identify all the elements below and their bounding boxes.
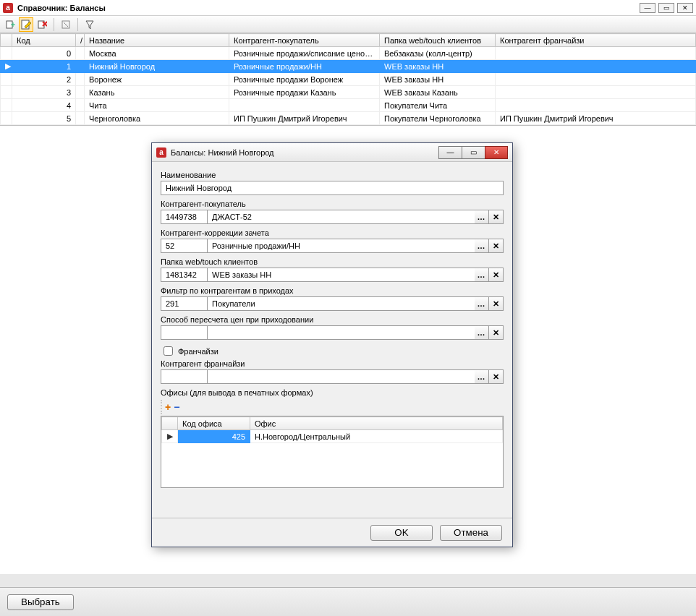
table-row[interactable]: 3КазаньРозничные продажи КазаньWEB заказ…: [1, 86, 696, 99]
recalc-lookup-button[interactable]: …: [475, 325, 489, 340]
folder-lookup-button[interactable]: …: [475, 268, 489, 282]
franch-code-input[interactable]: [164, 372, 204, 382]
toolbar-edit-icon[interactable]: [19, 17, 33, 32]
row-marker: [1, 47, 12, 60]
col-buyer[interactable]: Контрагент-покупатель: [229, 34, 380, 47]
folder-code-field[interactable]: [161, 268, 207, 282]
franch-lookup-button[interactable]: …: [475, 369, 489, 384]
offices-grid[interactable]: Код офиса Офис ▶425Н.Новгород/Центральны…: [161, 416, 504, 488]
filter-lookup-button[interactable]: …: [475, 296, 489, 311]
ok-button[interactable]: OK: [370, 525, 433, 541]
offices-col-code[interactable]: Код офиса: [178, 417, 250, 430]
grid[interactable]: Код / Название Контрагент-покупатель Пап…: [0, 33, 696, 126]
col-sort[interactable]: /: [76, 34, 85, 47]
col-code[interactable]: Код: [12, 34, 76, 47]
franch-name-input[interactable]: [211, 372, 472, 382]
filter-name-field[interactable]: [207, 296, 475, 311]
buyer-name-input[interactable]: [211, 212, 472, 222]
franch-code-field[interactable]: [161, 369, 207, 384]
bottom-bar: Выбрать: [0, 587, 696, 616]
dialog-maximize-button[interactable]: ▭: [462, 146, 485, 159]
folder-name-input[interactable]: [211, 270, 472, 280]
corr-name-input[interactable]: [211, 241, 472, 251]
corr-name-field[interactable]: [207, 239, 475, 253]
corr-code-field[interactable]: [161, 239, 207, 253]
folder-name-field[interactable]: [207, 268, 475, 282]
cell-code: 4: [12, 99, 76, 112]
dialog-titlebar[interactable]: а Балансы: Нижний Новгород — ▭ ✕: [152, 143, 512, 162]
main-title: Справочник: Балансы: [17, 4, 106, 12]
toolbar-filter-icon[interactable]: [82, 17, 97, 32]
filter-code-field[interactable]: [161, 296, 207, 311]
close-icon: ✕: [493, 299, 499, 309]
cell-folder: WEB заказы Казань: [380, 86, 496, 99]
cell-code: 5: [12, 112, 76, 125]
toolbar-delete-icon[interactable]: [35, 17, 49, 32]
franch-clear-button[interactable]: ✕: [489, 369, 504, 384]
name-input[interactable]: [164, 183, 500, 193]
cell-name: Казань: [85, 86, 229, 99]
offices-col-marker[interactable]: [162, 417, 178, 430]
ellipsis-icon: …: [478, 299, 486, 308]
franch-checkbox[interactable]: [164, 346, 173, 356]
col-franch[interactable]: Контрагент франчайзи: [496, 34, 696, 47]
recalc-name-input[interactable]: [211, 328, 472, 338]
recalc-code-field[interactable]: [161, 325, 207, 340]
ellipsis-icon: …: [478, 241, 486, 250]
dialog-close-button[interactable]: ✕: [485, 146, 508, 159]
folder-code-input[interactable]: [164, 270, 204, 280]
col-name[interactable]: Название: [85, 34, 229, 47]
recalc-name-field[interactable]: [207, 325, 475, 340]
office-add-button[interactable]: +: [165, 401, 171, 413]
table-row[interactable]: 2ВоронежРозничные продажи ВоронежWEB зак…: [1, 73, 696, 86]
cell-folder: Вебзаказы (колл-центр): [380, 47, 496, 60]
filter-name-input[interactable]: [211, 299, 472, 309]
row-marker: [1, 73, 12, 86]
name-field[interactable]: [161, 181, 504, 195]
label-name: Наименование: [161, 171, 504, 179]
table-row[interactable]: 5ЧерноголовкаИП Пушкин Дмитрий ИгоревичП…: [1, 112, 696, 125]
cell-name: Воронеж: [85, 73, 229, 86]
col-folder[interactable]: Папка web/touch клиентов: [380, 34, 496, 47]
cancel-button[interactable]: Отмена: [440, 525, 502, 541]
folder-clear-button[interactable]: ✕: [489, 268, 504, 282]
buyer-code-field[interactable]: [161, 210, 207, 224]
buyer-clear-button[interactable]: ✕: [489, 210, 504, 224]
buyer-code-input[interactable]: [164, 212, 204, 222]
cell-franch: [496, 60, 696, 73]
franch-name-field[interactable]: [207, 369, 475, 384]
cell-code: 1: [12, 60, 76, 73]
filter-clear-button[interactable]: ✕: [489, 296, 504, 311]
toolbar-refresh-icon[interactable]: [59, 17, 73, 32]
franch-checkbox-label: Франчайзи: [178, 347, 218, 356]
office-remove-button[interactable]: −: [174, 401, 179, 413]
corr-code-input[interactable]: [164, 241, 204, 251]
cell-franch: [496, 47, 696, 60]
maximize-button[interactable]: ▭: [658, 3, 674, 13]
table-row[interactable]: 4ЧитаПокупатели Чита: [1, 99, 696, 112]
dialog: а Балансы: Нижний Новгород — ▭ ✕ Наимено…: [151, 142, 513, 547]
buyer-name-field[interactable]: [207, 210, 475, 224]
toolbar: [0, 16, 696, 33]
app-icon: а: [3, 3, 13, 13]
table-row[interactable]: ▶1Нижний НовгородРозничные продажи/ННWEB…: [1, 60, 696, 73]
corr-clear-button[interactable]: ✕: [489, 239, 504, 253]
ellipsis-icon: …: [478, 270, 486, 279]
table-row[interactable]: ▶425Н.Новгород/Центральный: [162, 430, 503, 443]
minimize-button[interactable]: —: [640, 3, 655, 13]
buyer-lookup-button[interactable]: …: [475, 210, 489, 224]
recalc-clear-button[interactable]: ✕: [489, 325, 504, 340]
cell-sort: [76, 60, 85, 73]
label-recalc: Способ пересчета цен при приходовании: [161, 315, 504, 324]
offices-col-name[interactable]: Офис: [250, 417, 503, 430]
toolbar-new-icon[interactable]: [3, 17, 17, 32]
dialog-minimize-button[interactable]: —: [438, 146, 462, 159]
close-button[interactable]: ✕: [677, 3, 693, 13]
select-button[interactable]: Выбрать: [7, 594, 74, 610]
col-marker[interactable]: [1, 34, 12, 47]
recalc-code-input[interactable]: [164, 328, 204, 338]
table-row[interactable]: 0МоскваРозничные продажи/списание ценово…: [1, 47, 696, 60]
filter-code-input[interactable]: [164, 299, 204, 309]
franch-checkbox-row[interactable]: Франчайзи: [161, 344, 504, 358]
corr-lookup-button[interactable]: …: [475, 239, 489, 253]
